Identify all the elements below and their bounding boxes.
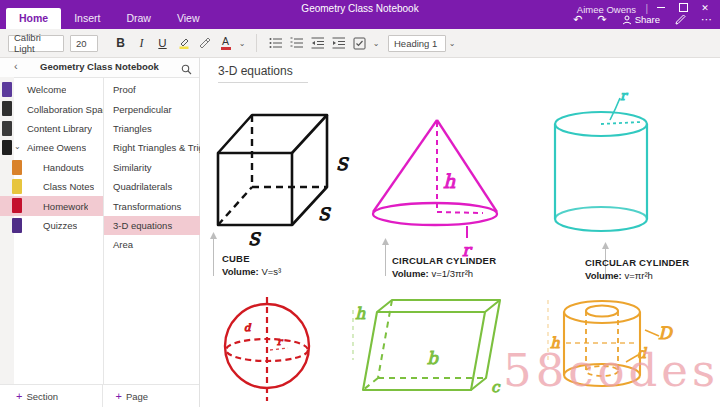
tube-outer-diameter-label: D (658, 323, 673, 343)
notebook-header: ‹ Geometry Class Notebook (0, 58, 199, 78)
sidebar-item-handouts[interactable]: Handouts (0, 158, 103, 177)
font-size-input[interactable]: 20 (70, 35, 98, 52)
outdent-icon (311, 37, 325, 49)
sphere-figure: d r (218, 295, 315, 405)
cube-figure: S S S (215, 108, 360, 248)
plus-icon: + (16, 390, 22, 402)
section-color-tab (12, 179, 22, 194)
add-page-button[interactable]: + Page (103, 385, 199, 407)
undo-button[interactable]: ↶ (573, 13, 582, 26)
chevron-down-icon[interactable]: ⌄ (14, 142, 21, 151)
sidebar-item-homework[interactable]: Homework (0, 196, 103, 215)
sphere-radius-label: r (277, 336, 284, 347)
pages-list: Proof Perpendicular Triangles Right Tria… (104, 77, 200, 385)
sidebar-item-content-library[interactable]: Content Library (0, 119, 103, 138)
cube-side-label: S (336, 154, 349, 174)
sidebar-item-collaboration-space[interactable]: Collaboration Space (0, 99, 103, 118)
cone-figure: h r (370, 110, 502, 258)
prism-side-label: c (491, 378, 501, 396)
redo-button[interactable]: ↷ (597, 13, 606, 26)
page-item-similarity[interactable]: Similarity (104, 158, 200, 177)
figure-title: CUBE (222, 252, 281, 265)
cube-side-label: S (318, 204, 331, 224)
bullet-list-button[interactable] (265, 33, 286, 54)
tab-insert[interactable]: Insert (61, 8, 113, 29)
font-color-button[interactable]: A (215, 33, 236, 54)
figure-title: CIRCULAR CYLINDER (585, 256, 689, 269)
add-section-label: Section (26, 391, 58, 402)
format-painter-button[interactable] (194, 33, 215, 54)
todo-tag-button[interactable] (349, 33, 370, 54)
font-color-letter: A (222, 36, 229, 46)
plus-icon: + (115, 390, 121, 402)
bold-button[interactable]: B (110, 33, 131, 54)
cylinder-caption: CIRCULAR CYLINDER Volume: v=πr²h (585, 256, 689, 282)
page-item-area[interactable]: Area (104, 235, 200, 254)
sidebar-footer: + Section + Page (0, 384, 199, 407)
share-label: Share (635, 14, 660, 25)
watermark: 58codes (503, 344, 719, 397)
page-item-proof[interactable]: Proof (104, 80, 200, 99)
section-label: Content Library (0, 123, 92, 134)
up-arrow-icon (209, 232, 218, 276)
section-color-tab (12, 218, 22, 233)
page-item-transformations[interactable]: Transformations (104, 196, 200, 215)
highlighter-button[interactable] (173, 33, 194, 54)
prism-figure: h b c (345, 293, 522, 405)
page-canvas[interactable]: 3-D equations S S S h (200, 58, 720, 407)
font-name-input[interactable]: Calibri Light (8, 35, 64, 52)
sections-list: Welcome Collaboration Space Content Libr… (0, 77, 104, 385)
prism-height-label: h (355, 304, 366, 323)
maximize-icon (679, 3, 688, 12)
style-chevron[interactable]: ⌄ (446, 39, 458, 48)
page-item-perpendicular[interactable]: Perpendicular (104, 99, 200, 118)
notebook-title: Geometry Class Notebook (0, 61, 199, 72)
formatting-toolbar: Calibri Light 20 B I U A ⌄ (0, 29, 720, 58)
cylinder-radius-label: r (620, 90, 628, 103)
page-item-triangles[interactable]: Triangles (104, 119, 200, 138)
font-color-swatch (221, 47, 231, 50)
pencil-icon (675, 14, 686, 25)
italic-button[interactable]: I (131, 33, 152, 54)
draw-mode-button[interactable] (675, 14, 686, 25)
more-options-button[interactable]: ⋯ (701, 13, 712, 26)
add-page-label: Page (126, 391, 148, 402)
section-label: Aimee Owens (0, 142, 86, 153)
cube-side-label: S (248, 229, 261, 248)
tab-draw[interactable]: Draw (113, 8, 164, 29)
sidebar-item-class-notes[interactable]: Class Notes (0, 177, 103, 196)
page-title[interactable]: 3-D equations (218, 64, 308, 83)
navigation-sidebar: ‹ Geometry Class Notebook Welcome Collab… (0, 58, 200, 407)
underline-button[interactable]: U (152, 33, 173, 54)
add-section-button[interactable]: + Section (0, 385, 103, 407)
share-button[interactable]: Share (622, 14, 660, 25)
sidebar-item-quizzes[interactable]: Quizzes (0, 216, 103, 235)
search-icon (181, 64, 192, 75)
decrease-indent-button[interactable] (307, 33, 328, 54)
font-options-chevron[interactable]: ⌄ (236, 39, 248, 48)
page-item-right-triangles[interactable]: Right Triangles & Trig… (104, 138, 200, 157)
section-color-tab (2, 121, 12, 136)
numbered-list-button[interactable] (286, 33, 307, 54)
sidebar-item-aimee-owens[interactable]: ⌄ Aimee Owens (0, 138, 103, 157)
tags-chevron[interactable]: ⌄ (370, 39, 382, 48)
sidebar-item-welcome[interactable]: Welcome (0, 80, 103, 99)
figure-title: CIRCULAR CYLINDER (392, 254, 496, 267)
bullet-list-icon (269, 37, 283, 49)
page-item-quadrilaterals[interactable]: Quadrilaterals (104, 177, 200, 196)
section-color-tab (2, 82, 12, 97)
ribbon-tabs: Home Insert Draw View (6, 8, 213, 29)
style-dropdown[interactable]: Heading 1 (388, 35, 446, 52)
highlighter-icon (177, 36, 191, 50)
volume-formula: V=s³ (261, 266, 281, 277)
page-item-3d-equations[interactable]: 3-D equations (104, 216, 200, 235)
volume-formula: v=πr²h (624, 270, 652, 281)
tab-home[interactable]: Home (6, 8, 61, 29)
cone-height-label: h (443, 170, 456, 192)
up-arrow-icon (381, 238, 390, 276)
increase-indent-button[interactable] (328, 33, 349, 54)
tab-view[interactable]: View (164, 8, 213, 29)
cone-caption: CIRCULAR CYLINDER Volume: v=1/3πr²h (392, 254, 496, 280)
checkbox-icon (353, 37, 366, 50)
section-label: Collaboration Space (0, 104, 103, 115)
